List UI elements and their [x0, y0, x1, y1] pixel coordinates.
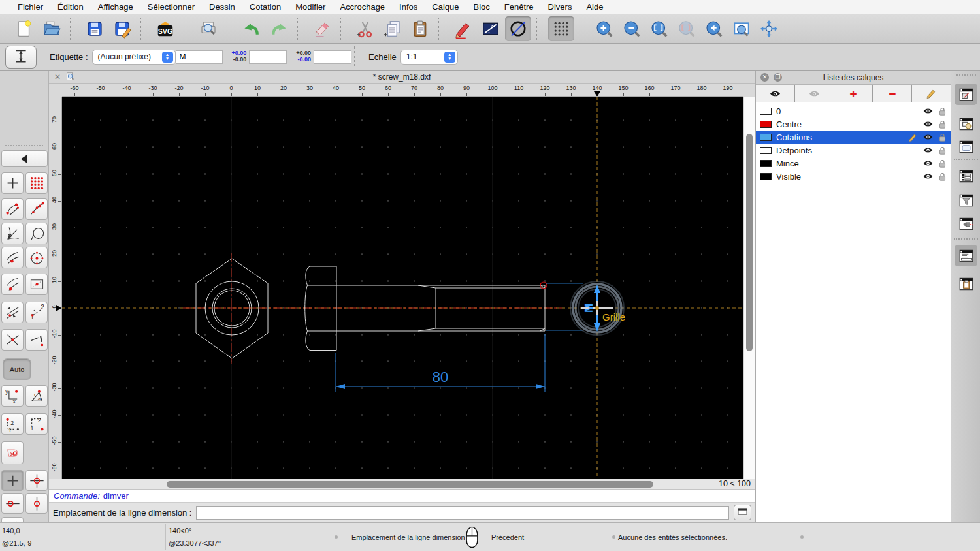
- snap-reference-button[interactable]: [25, 274, 48, 295]
- zoom-previous-button[interactable]: [701, 16, 727, 41]
- layer-row-0[interactable]: 0: [756, 104, 951, 118]
- restrict-ortho-button[interactable]: [1, 441, 24, 464]
- layer-row-visible[interactable]: Visible: [756, 170, 951, 183]
- layer-lock-icon[interactable]: [938, 172, 947, 181]
- polyline-mode-button[interactable]: [478, 16, 504, 41]
- grid-toggle-button[interactable]: [548, 16, 574, 41]
- horizontal-scrollbar-thumb[interactable]: [167, 481, 653, 488]
- export-svg-button[interactable]: SVG: [152, 16, 178, 41]
- menu-item-calque[interactable]: Calque: [425, 2, 466, 12]
- layer-row-centre[interactable]: Centre: [756, 118, 951, 131]
- layer-lock-icon[interactable]: [938, 120, 947, 129]
- close-panel-icon[interactable]: ✕: [760, 73, 769, 82]
- active-tool-button[interactable]: [5, 46, 37, 69]
- dimension-80[interactable]: 80: [336, 334, 545, 392]
- snap-intersection-button[interactable]: [1, 329, 24, 351]
- hide-all-layers-button[interactable]: [795, 85, 834, 102]
- layer-lock-icon[interactable]: [938, 133, 947, 142]
- zoom-selection-button[interactable]: [674, 16, 700, 41]
- cut-button[interactable]: [352, 16, 378, 41]
- snap-center-button[interactable]: [25, 247, 48, 268]
- snap-tangent-button[interactable]: [1, 302, 24, 323]
- zoom-pan-button[interactable]: [756, 16, 782, 41]
- menu-item-fichier[interactable]: Fichier: [10, 2, 50, 12]
- copy-button[interactable]: [380, 16, 406, 41]
- drawing-canvas[interactable]: 80 M: [62, 97, 743, 479]
- menu-item-fenetre[interactable]: Fenêtre: [497, 2, 541, 12]
- show-all-layers-button[interactable]: [756, 85, 795, 102]
- zoom-in-button[interactable]: [591, 16, 617, 41]
- edit-layer-button[interactable]: [912, 85, 951, 102]
- echelle-select[interactable]: 1:1 ▲▼: [400, 50, 458, 65]
- menu-item-edition[interactable]: Édition: [50, 2, 91, 12]
- snap-on-entity-button[interactable]: [25, 198, 48, 220]
- dock-block-list[interactable]: [955, 113, 977, 134]
- snap-on-circle-button[interactable]: [25, 223, 48, 244]
- menu-item-selectionner[interactable]: Sélectionner: [140, 2, 202, 12]
- snap-intersection-manual-button[interactable]: [1, 223, 24, 244]
- menu-item-cotation[interactable]: Cotation: [242, 2, 288, 12]
- paste-button[interactable]: [407, 16, 433, 41]
- snap-auto-button[interactable]: Auto: [3, 358, 31, 380]
- restrict-vertical-button[interactable]: [25, 493, 48, 514]
- snap-distance-button[interactable]: [1, 274, 24, 295]
- snap-endpoint-button[interactable]: [1, 198, 24, 220]
- layer-visibility-icon[interactable]: [923, 119, 934, 129]
- menu-item-affichage[interactable]: Affichage: [91, 2, 140, 12]
- edit-layer-icon[interactable]: [908, 133, 918, 142]
- vertical-scrollbar-thumb[interactable]: [746, 134, 753, 351]
- corner-order-12-button[interactable]: 21: [1, 413, 24, 435]
- menu-item-dessin[interactable]: Dessin: [202, 2, 242, 12]
- save-button[interactable]: [82, 16, 108, 41]
- zoom-out-button[interactable]: [619, 16, 645, 41]
- command-options-button[interactable]: [734, 505, 751, 520]
- dock-library-browser[interactable]: [955, 136, 977, 157]
- dock-command-line[interactable]: [955, 245, 977, 266]
- snap-free-button[interactable]: [1, 172, 24, 194]
- menu-item-accrochage[interactable]: Accrochage: [333, 2, 392, 12]
- layer-lock-icon[interactable]: [938, 107, 947, 116]
- add-layer-button[interactable]: +: [834, 85, 874, 102]
- corner-order-21-button[interactable]: 21: [25, 413, 48, 435]
- restrict-nothing-button[interactable]: [1, 470, 24, 491]
- save-as-button[interactable]: [109, 16, 135, 41]
- layer-visibility-icon[interactable]: [923, 172, 934, 181]
- new-file-button[interactable]: [11, 16, 37, 41]
- construction-mode-button[interactable]: [505, 16, 531, 41]
- command-input[interactable]: [196, 506, 729, 520]
- layer-row-mince[interactable]: Mince: [756, 157, 951, 170]
- coord-cartesian-button[interactable]: yx: [1, 385, 24, 407]
- snap-restrict-button[interactable]: [25, 329, 48, 351]
- zoom-window-button[interactable]: [728, 16, 755, 41]
- dock-filter[interactable]: [955, 189, 977, 211]
- open-file-button[interactable]: [39, 16, 65, 41]
- menu-item-modifier[interactable]: Modifier: [288, 2, 333, 12]
- print-preview-button[interactable]: [195, 16, 221, 41]
- close-tab-icon[interactable]: ✕: [54, 72, 61, 82]
- horizontal-scrollbar[interactable]: 10 < 100: [49, 479, 755, 489]
- edit-entity-button[interactable]: [450, 16, 476, 41]
- layer-row-defpoints[interactable]: Defpoints: [756, 144, 951, 157]
- layer-visibility-icon[interactable]: [923, 159, 934, 168]
- menu-item-aide[interactable]: Aide: [579, 2, 610, 12]
- dock-entity-list[interactable]: [955, 165, 977, 187]
- dock-projection[interactable]: [955, 213, 977, 234]
- layer-visibility-icon[interactable]: [923, 133, 934, 142]
- menu-item-bloc[interactable]: Bloc: [466, 2, 497, 12]
- layer-lock-icon[interactable]: [938, 146, 947, 155]
- undo-button[interactable]: [238, 16, 265, 41]
- tolerance-lower-input[interactable]: [314, 50, 351, 64]
- restrict-all-button[interactable]: [25, 470, 48, 491]
- layer-row-cotations[interactable]: Cotations: [756, 131, 951, 144]
- remove-layer-button[interactable]: −: [873, 85, 912, 102]
- layer-visibility-icon[interactable]: [923, 146, 934, 155]
- vertical-scrollbar[interactable]: [743, 97, 755, 479]
- tolerance-upper-input[interactable]: [249, 50, 287, 64]
- redo-button[interactable]: [266, 16, 292, 41]
- coord-polar-button[interactable]: ra: [25, 385, 48, 407]
- menu-item-infos[interactable]: Infos: [392, 2, 425, 12]
- snap-middle-button[interactable]: [1, 247, 24, 268]
- menu-item-divers[interactable]: Divers: [541, 2, 580, 12]
- delete-button[interactable]: [309, 16, 335, 41]
- label-input[interactable]: [176, 50, 223, 64]
